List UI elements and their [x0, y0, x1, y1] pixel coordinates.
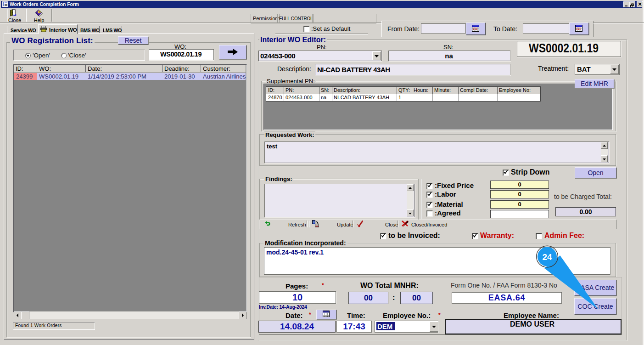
- svg-text:24: 24: [542, 252, 552, 262]
- svg-text:?: ?: [39, 10, 41, 14]
